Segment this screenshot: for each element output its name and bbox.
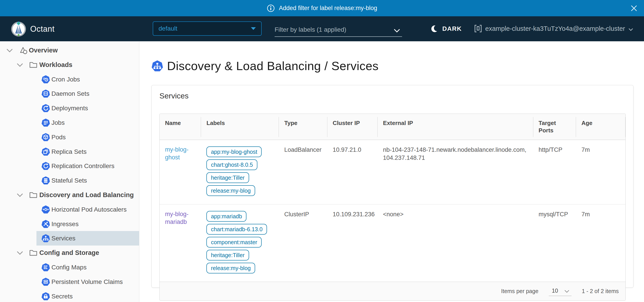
app-title: Octant (30, 24, 54, 34)
table-pagination: Items per page 10 1 - 2 of 2 items (160, 282, 626, 301)
config-maps-icon (41, 263, 50, 272)
chevron-down-icon (393, 26, 401, 33)
label-pill[interactable]: heritage:Tiller (206, 172, 249, 183)
jobs-icon (41, 118, 50, 127)
column-header-labels: Labels (201, 114, 279, 140)
sidebar-item-persistent-volume-claims[interactable]: Persistent Volume Claims (0, 275, 139, 289)
sidebar-item-label: Cron Jobs (52, 76, 80, 83)
sidebar-item-overview[interactable]: Overview (0, 43, 139, 58)
service-name-link[interactable]: my-blog-ghost (165, 146, 196, 161)
label-filter-dropdown[interactable]: Filter by labels (1 applied) (274, 23, 402, 37)
label-pill[interactable]: app:my-blog-ghost (206, 147, 262, 157)
replication-controllers-icon (41, 161, 50, 170)
sidebar-item-stateful-sets[interactable]: Stateful Sets (0, 173, 139, 188)
close-icon[interactable] (630, 4, 638, 12)
namespace-value: default (158, 25, 177, 32)
chevron-down-icon[interactable] (16, 191, 24, 199)
label-pill[interactable]: heritage:Tiller (206, 250, 249, 261)
services-table: Name Labels Type Cluster IP External IP … (160, 114, 626, 301)
sidebar-item-replication-controllers[interactable]: Replication Controllers (0, 159, 139, 173)
horizontal-pod-autoscalers-icon (41, 205, 50, 214)
sidebar-item-label: Daemon Sets (52, 90, 90, 97)
sidebar-item-label: Services (52, 235, 75, 242)
namespace-select[interactable]: default (153, 21, 262, 36)
label-pill[interactable]: app:mariadb (206, 211, 246, 222)
caret-down-icon (251, 27, 256, 30)
items-per-page-select[interactable]: 10 (549, 287, 572, 296)
octant-logo-icon (11, 21, 26, 37)
sidebar-item-ingresses[interactable]: Ingresses (0, 217, 139, 231)
cron-jobs-icon (41, 75, 50, 84)
sidebar-group-workloads[interactable]: Workloads (0, 58, 139, 72)
deployments-icon (41, 104, 50, 113)
sidebar-item-label: Persistent Volume Claims (52, 278, 123, 286)
target-ports-cell: mysql/TCP (533, 204, 576, 282)
chevron-down-icon[interactable] (16, 249, 24, 257)
column-header-cluster-ip: Cluster IP (327, 114, 378, 140)
external-ip-cell: nb-104-237-148-71.newark.nodebalancer.li… (378, 140, 533, 204)
page-header: Discovery & Load Balancing / Services (152, 59, 378, 73)
sidebar-group-discovery-load-balancing[interactable]: Discovery and Load Balancing (0, 188, 139, 202)
column-header-name: Name (160, 114, 201, 140)
card-title: Services (160, 92, 633, 100)
column-header-target-ports: Target Ports (533, 114, 576, 140)
sidebar-item-pods[interactable]: Pods (0, 130, 139, 145)
label-pill[interactable]: release:my-blog (206, 185, 255, 196)
dark-theme-toggle[interactable]: DARK (431, 24, 462, 33)
table-row: my-blog-ghost app:my-blog-ghost chart:gh… (160, 140, 626, 204)
services-icon (41, 234, 50, 243)
sidebar-item-label: Config Maps (52, 264, 86, 271)
banner-message: Added filter for label release:my-blog (279, 5, 377, 12)
cluster-context-label: example-cluster-ka3TuTzYo4a@example-clus… (485, 25, 625, 32)
label-pill[interactable]: chart:mariadb-6.13.0 (206, 224, 267, 235)
chevron-down-icon[interactable] (6, 47, 14, 54)
octant-window: Added filter for label release:my-blog O… (0, 0, 644, 302)
sidebar-group-label: Discovery and Load Balancing (39, 191, 134, 199)
label-pill[interactable]: release:my-blog (206, 263, 255, 274)
sidebar-item-cron-jobs[interactable]: Cron Jobs (0, 72, 139, 87)
cluster-context-dropdown[interactable]: example-cluster-ka3TuTzYo4a@example-clus… (474, 24, 634, 33)
column-header-age: Age (576, 114, 626, 140)
column-header-external-ip: External IP (378, 114, 533, 140)
sidebar-item-label: Pods (52, 134, 66, 141)
sidebar-group-config-and-storage[interactable]: Config and Storage (0, 246, 139, 260)
items-per-page-label: Items per page (501, 288, 538, 295)
sidebar-item-config-maps[interactable]: Config Maps (0, 260, 139, 275)
pagination-range-text: 1 - 2 of 2 items (582, 288, 619, 295)
cluster-ip-cell: 10.109.231.236 (327, 204, 378, 282)
app-header: Octant default Filter by labels (1 appli… (0, 16, 644, 41)
folder-icon (29, 191, 38, 199)
cluster-icon (474, 24, 482, 33)
notification-banner: Added filter for label release:my-blog (0, 0, 644, 16)
sidebar-item-jobs[interactable]: Jobs (0, 115, 139, 130)
daemon-sets-icon (41, 89, 50, 98)
sidebar-item-replica-sets[interactable]: Replica Sets (0, 145, 139, 159)
sidebar-item-label: Replication Controllers (52, 162, 114, 170)
sidebar-item-label: Horizontal Pod Autoscalers (52, 206, 126, 213)
label-filter-text: Filter by labels (1 applied) (274, 26, 346, 33)
secrets-icon (41, 292, 50, 301)
chevron-down-icon (564, 288, 570, 294)
external-ip-cell: <none> (378, 204, 533, 282)
chevron-down-icon[interactable] (16, 61, 24, 69)
sidebar-item-secrets[interactable]: Secrets (0, 289, 139, 302)
label-pill[interactable]: component:master (206, 237, 262, 248)
sidebar-item-label: Replica Sets (52, 148, 86, 155)
ingresses-icon (41, 220, 50, 228)
page-title: Discovery & Load Balancing / Services (167, 59, 378, 73)
sidebar-item-services[interactable]: Services (0, 231, 139, 246)
pods-icon (41, 133, 50, 142)
sidebar-item-label: Stateful Sets (52, 177, 87, 184)
target-ports-cell: http/TCP (533, 140, 576, 204)
services-icon (152, 60, 163, 72)
table-header-row: Name Labels Type Cluster IP External IP … (160, 114, 626, 140)
sidebar-item-deployments[interactable]: Deployments (0, 101, 139, 115)
sidebar-item-horizontal-pod-autoscalers[interactable]: Horizontal Pod Autoscalers (0, 202, 139, 217)
folder-icon (29, 249, 38, 257)
service-name-link[interactable]: my-blog-mariadb (165, 210, 196, 226)
sidebar-item-label: Jobs (52, 119, 64, 126)
moon-icon (431, 24, 439, 33)
folder-icon (29, 61, 38, 69)
sidebar-item-daemon-sets[interactable]: Daemon Sets (0, 86, 139, 101)
label-pill[interactable]: chart:ghost-8.0.5 (206, 159, 258, 170)
